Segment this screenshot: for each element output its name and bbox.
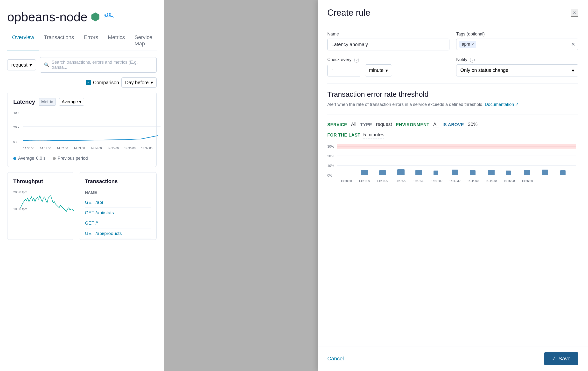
divider-2: [327, 114, 578, 115]
svg-rect-39: [470, 170, 475, 175]
throughput-title: Throughput: [13, 178, 68, 185]
tab-metrics[interactable]: Metrics: [103, 31, 130, 51]
svg-rect-5: [109, 13, 111, 14]
nav-tabs: Overview Transactions Errors Metrics Ser…: [7, 31, 157, 51]
svg-rect-3: [109, 14, 111, 16]
svg-text:14:44:30: 14:44:30: [485, 179, 497, 183]
notify-help-icon[interactable]: ?: [470, 58, 475, 62]
svg-point-6: [111, 16, 113, 17]
svg-rect-38: [452, 170, 458, 175]
is-above-label: IS ABOVE: [442, 122, 464, 127]
checkbox-comparison[interactable]: ✓: [86, 80, 91, 85]
avg-select[interactable]: Average ▾: [59, 98, 84, 106]
table-row: GET /api: [85, 197, 151, 208]
transactions-header: Name: [85, 188, 151, 197]
table-row: GET /api/stats: [85, 208, 151, 218]
latency-chart-area: 40 s 20 s 0 s 14:30:00 14:31:00 14:32:00: [13, 110, 151, 153]
svg-rect-40: [488, 170, 494, 175]
tab-transactions[interactable]: Transactions: [39, 31, 79, 51]
transactions-card: Transactions Name GET /api GET /api/stat…: [79, 172, 157, 240]
name-input[interactable]: [327, 39, 450, 51]
name-group: Name: [327, 31, 450, 51]
tab-errors[interactable]: Errors: [79, 31, 103, 51]
svg-text:20 s: 20 s: [13, 125, 19, 129]
service-value[interactable]: All: [351, 122, 356, 128]
save-button[interactable]: ✓ Save: [544, 352, 578, 365]
modal-header: Create rule ×: [318, 0, 588, 24]
svg-text:14:30:00: 14:30:00: [23, 147, 34, 150]
tags-clear-button[interactable]: ✕: [571, 41, 575, 47]
documentation-link[interactable]: Documentation ↗: [485, 102, 519, 107]
svg-text:10%: 10%: [327, 164, 334, 168]
latency-title: Latency: [13, 98, 35, 105]
transaction-link-4[interactable]: GET /api/products: [85, 231, 122, 236]
col-name: Name: [85, 190, 97, 195]
modal-body[interactable]: Name Tags (optional) apm × ✕: [318, 24, 588, 346]
type-value[interactable]: request: [376, 122, 392, 128]
cancel-button[interactable]: Cancel: [327, 353, 344, 365]
svg-rect-1: [105, 14, 106, 16]
right-panel: Create rule × Name Tags (optional) ap: [164, 0, 588, 371]
transaction-link-1[interactable]: GET /api: [85, 200, 103, 205]
search-icon: 🔍: [44, 62, 49, 68]
environment-label: ENVIRONMENT: [396, 122, 430, 127]
table-row: GET /api/products: [85, 228, 151, 239]
comparison-label: Comparison: [93, 80, 119, 85]
tags-group: Tags (optional) apm × ✕: [456, 31, 578, 51]
tag-remove-button[interactable]: ×: [472, 42, 474, 47]
name-tags-row: Name Tags (optional) apm × ✕: [327, 31, 578, 51]
chevron-down-icon: ▾: [30, 62, 32, 68]
service-header: opbeans-node: [7, 10, 157, 24]
svg-marker-0: [92, 12, 99, 21]
unit-select[interactable]: minute ▾: [365, 64, 392, 76]
filter-bar: request ▾ 🔍 Search transactions, errors …: [7, 57, 157, 72]
avg-label: Average: [62, 99, 78, 104]
search-bar[interactable]: 🔍 Search transactions, errors and metric…: [40, 57, 157, 72]
svg-text:14:45:00: 14:45:00: [504, 179, 515, 183]
tags-input[interactable]: apm × ✕: [456, 39, 578, 50]
notify-select[interactable]: Only on status change ▾: [456, 64, 578, 76]
legend-average-value: 0.0 s: [36, 156, 46, 161]
svg-text:14:45:30: 14:45:30: [522, 179, 533, 183]
svg-text:0 s: 0 s: [13, 140, 18, 144]
notify-group: Notify ? Only on status change ▾: [456, 57, 578, 76]
tab-overview[interactable]: Overview: [7, 31, 39, 51]
period-value: Day before: [125, 80, 149, 85]
svg-text:0%: 0%: [327, 174, 332, 177]
close-button[interactable]: ×: [571, 9, 578, 17]
period-select[interactable]: Day before ▾: [121, 77, 157, 88]
svg-rect-36: [415, 170, 422, 175]
check-every-number[interactable]: [327, 65, 361, 76]
for-the-last-label: FOR THE LAST: [327, 133, 360, 138]
is-above-value[interactable]: 30%: [468, 122, 477, 128]
divider-1: [327, 83, 578, 83]
throughput-chart: 200.0 tpm 100.0 tpm: [13, 188, 68, 227]
transaction-type-select[interactable]: request ▾: [7, 59, 36, 71]
legend-average-dot: [13, 157, 16, 160]
docker-icon: [103, 12, 115, 21]
condition-row: SERVICE All TYPE request ENVIRONMENT All…: [327, 122, 578, 128]
svg-rect-43: [542, 170, 548, 175]
comparison-toggle[interactable]: ✓ Comparison: [86, 80, 119, 85]
chevron-down-icon: ▾: [151, 80, 153, 85]
svg-text:200.0 tpm: 200.0 tpm: [13, 190, 27, 194]
svg-rect-2: [107, 14, 108, 16]
transaction-link-2[interactable]: GET /api/stats: [85, 210, 114, 216]
tag-apm-value: apm: [462, 42, 470, 47]
chevron-down-icon: ▾: [386, 68, 388, 73]
search-placeholder: Search transactions, errors and metrics …: [52, 60, 153, 70]
svg-rect-41: [506, 171, 511, 175]
svg-text:30%: 30%: [327, 144, 334, 148]
svg-text:14:32:00: 14:32:00: [57, 147, 68, 150]
tab-service-map[interactable]: Service Map: [130, 31, 157, 51]
check-every-group: Check every ? minute ▾: [327, 57, 450, 76]
for-the-last-value[interactable]: 5 minutes: [363, 132, 384, 138]
check-every-help-icon[interactable]: ?: [354, 58, 359, 62]
bottom-cards: Throughput 200.0 tpm 100.0 tpm Transacti…: [7, 172, 157, 240]
checkmark-icon: ✓: [552, 356, 556, 362]
tags-label: Tags (optional): [456, 31, 578, 37]
environment-value[interactable]: All: [433, 122, 439, 128]
svg-rect-44: [560, 170, 566, 175]
app-container: opbeans-node Overview Transactions Error…: [0, 0, 588, 371]
transaction-link-3[interactable]: GET /*: [85, 220, 99, 226]
